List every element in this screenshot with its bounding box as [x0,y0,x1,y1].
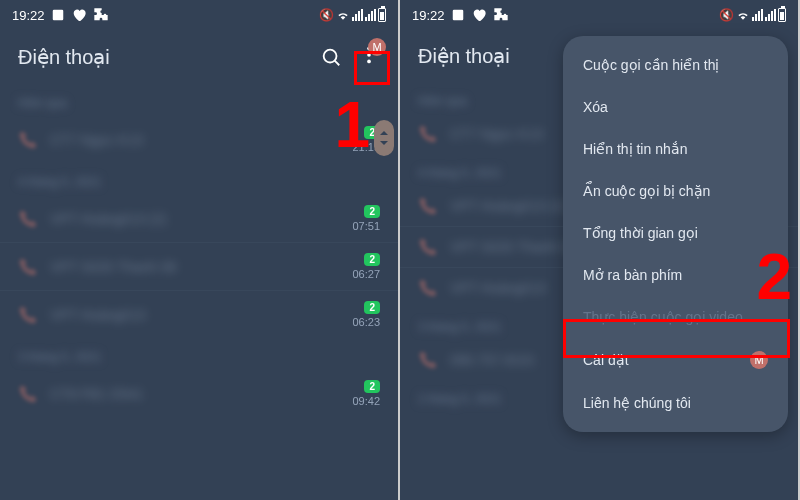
status-bar: 19:22 🔇 [0,0,398,30]
screen-right: 19:22 🔇 Điện thoại Hôm qua CT7 Ngọc K13 … [400,0,798,500]
puzzle-icon [493,7,509,23]
svg-rect-6 [452,10,463,21]
call-contact-name: CT7 Ngọc K13 [50,132,340,148]
svg-line-2 [335,61,340,66]
phone-icon [418,278,438,298]
mute-icon: 🔇 [719,8,734,22]
call-time: 06:27 [352,268,380,280]
wifi-icon [336,8,350,22]
call-time: 09:42 [352,395,380,407]
page-title: Điện thoại [418,44,510,68]
call-meta: 2 06:27 [352,253,380,280]
phone-incoming-icon [18,130,38,150]
phone-icon [418,196,438,216]
mute-icon: 🔇 [319,8,334,22]
battery-icon [778,8,786,22]
wifi-icon [736,8,750,22]
menu-item-delete[interactable]: Xóa [563,86,788,128]
call-time: 06:23 [352,316,380,328]
heart-icon [471,7,487,23]
call-meta: 2 09:42 [352,380,380,407]
svg-rect-0 [52,10,63,21]
call-count-badge: 2 [364,380,380,393]
step-indicator-2: 2 [756,240,792,314]
status-bar: 19:22 🔇 [400,0,798,30]
call-count-badge: 2 [364,205,380,218]
signal-icon [352,9,363,21]
call-item[interactable]: VPT Hoàng013 2 06:23 [0,291,398,338]
section-header: Hôm qua [0,84,398,116]
status-left: 19:22 [12,7,109,23]
phone-icon [418,237,438,257]
divider [0,242,398,243]
svg-point-1 [324,50,337,63]
call-time: 07:51 [352,220,380,232]
call-meta: 2 07:51 [352,205,380,232]
app-header: Điện thoại M [0,30,398,84]
status-right: 🔇 [319,8,386,22]
signal-icon-2 [365,9,376,21]
heart-icon [71,7,87,23]
status-right: 🔇 [719,8,786,22]
menu-item-total-call-time[interactable]: Tổng thời gian gọi [563,212,788,254]
highlight-box-2 [563,319,790,358]
call-item[interactable]: VPT S020 Thanh 08 2 06:27 [0,243,398,290]
phone-icon [18,257,38,277]
phone-icon [18,384,38,404]
call-contact-name: VPT Hoàng013 (2) [50,211,340,227]
phone-icon [18,209,38,229]
phone-icon [418,350,438,370]
signal-icon-2 [765,9,776,21]
highlight-box-1 [354,51,390,85]
section-header: 4 tháng 5, 2021 [0,163,398,195]
call-item[interactable]: CT8 FB1 D541 2 09:42 [0,370,398,417]
search-icon[interactable] [320,46,342,68]
scroll-handle[interactable] [374,120,394,156]
phone-icon [418,124,438,144]
signal-icon [752,9,763,21]
screen-left: 19:22 🔇 Điện thoại M 1 [0,0,398,500]
menu-item-open-keypad[interactable]: Mở ra bàn phím [563,254,788,296]
call-contact-name: CT8 FB1 D541 [50,386,340,402]
menu-item-show-messages[interactable]: Hiển thị tin nhắn [563,128,788,170]
status-left: 19:22 [412,7,509,23]
puzzle-icon [93,7,109,23]
clock-text: 19:22 [12,8,45,23]
menu-item-calls-to-show[interactable]: Cuộc gọi cần hiển thị [563,44,788,86]
gallery-icon [51,8,65,22]
divider [0,290,398,291]
call-count-badge: 2 [364,253,380,266]
call-meta: 2 06:23 [352,301,380,328]
menu-item-hide-blocked[interactable]: Ẩn cuộc gọi bị chặn [563,170,788,212]
call-contact-name: VPT Hoàng013 [50,307,340,323]
call-contact-name: VPT S020 Thanh 08 [50,259,340,275]
phone-icon [18,305,38,325]
page-title: Điện thoại [18,45,110,69]
call-count-badge: 2 [364,301,380,314]
call-item[interactable]: VPT Hoàng013 (2) 2 07:51 [0,195,398,242]
clock-text: 19:22 [412,8,445,23]
gallery-icon [451,8,465,22]
menu-item-contact-us[interactable]: Liên hệ chúng tôi [563,382,788,424]
battery-icon [378,8,386,22]
section-header: 3 tháng 5, 2021 [0,338,398,370]
overflow-menu: Cuộc gọi cần hiển thị Xóa Hiển thị tin n… [563,36,788,432]
